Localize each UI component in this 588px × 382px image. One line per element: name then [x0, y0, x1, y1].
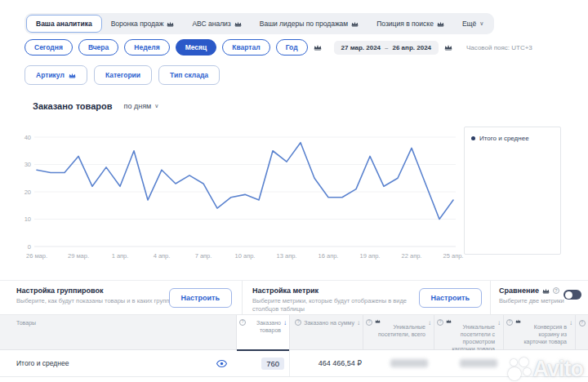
- svg-text:26 мар.: 26 мар.: [26, 252, 47, 260]
- table-header: Товары ? Заказано товаров ↓ ? Заказано н…: [0, 314, 588, 350]
- column-header-unique-visitors-total[interactable]: ? Уникальные посетители, всего ↓: [363, 315, 434, 349]
- crown-icon: [314, 44, 322, 51]
- tab-abc-analysis[interactable]: АВС анализ: [183, 16, 250, 32]
- help-icon[interactable]: ?: [295, 319, 301, 326]
- svg-text:10: 10: [24, 215, 31, 223]
- date-range-picker[interactable]: 27 мар. 2024 – 26 апр. 2024: [334, 41, 439, 55]
- period-today-button[interactable]: Сегодня: [24, 39, 73, 56]
- period-year-button[interactable]: Год: [276, 39, 308, 56]
- period-month-button[interactable]: Месяц: [176, 39, 217, 56]
- blurred-value: [460, 359, 497, 367]
- sort-icon[interactable]: ↓: [357, 319, 360, 327]
- line-chart: 01020304026 мар.29 мар.1 апр.4 апр.7 апр…: [0, 121, 588, 272]
- crown-icon: [167, 21, 174, 27]
- chevron-down-icon: ∨: [154, 103, 158, 109]
- eye-icon[interactable]: [216, 360, 227, 367]
- column-label: Конверсия в корзину из карточки товара: [523, 324, 567, 344]
- metrics-configure-button[interactable]: Настроить: [419, 288, 482, 308]
- help-icon[interactable]: ?: [239, 319, 246, 326]
- column-label: Заказано на сумму: [304, 319, 354, 326]
- sort-desc-icon[interactable]: ↓: [283, 319, 287, 327]
- column-label: Уникальные посетители, всего: [378, 324, 425, 337]
- help-icon[interactable]: ?: [366, 319, 372, 326]
- totals-label-cell: Итого и среднее: [0, 359, 237, 367]
- legend-dot: [471, 136, 475, 140]
- svg-text:22 апр.: 22 апр.: [402, 252, 422, 260]
- granularity-dropdown[interactable]: по дням ∨: [124, 102, 159, 110]
- tab-label: Ваша аналитика: [36, 20, 92, 28]
- help-icon[interactable]: ?: [506, 319, 513, 326]
- crown-icon: [351, 21, 359, 27]
- date-to: 26 апр. 2024: [393, 44, 432, 51]
- filter-label: Тип склада: [170, 71, 208, 79]
- tab-label: АВС анализ: [192, 20, 230, 28]
- crown-icon: [515, 319, 567, 323]
- tab-your-analytics[interactable]: Ваша аналитика: [26, 15, 102, 33]
- chevron-down-icon: ∨: [479, 20, 483, 27]
- ordered-items-value: 760: [261, 358, 284, 370]
- legend-label: Итого и среднее: [479, 135, 529, 142]
- column-header-ordered-sum[interactable]: ? Заказано на сумму ↓: [290, 315, 363, 349]
- chart-legend: Итого и среднее: [464, 127, 561, 255]
- svg-text:13 апр.: 13 апр.: [277, 252, 297, 260]
- column-label: Заказано товаров: [248, 319, 281, 334]
- svg-text:30: 30: [24, 161, 31, 168]
- totals-label: Итого и среднее: [16, 359, 69, 367]
- tab-label: Ещё: [462, 20, 476, 28]
- chart-header: Заказано товаров по дням ∨: [33, 101, 158, 111]
- tab-sales-funnel[interactable]: Воронка продаж: [102, 16, 184, 32]
- crown-icon: [542, 288, 550, 294]
- metrics-subtitle: Выберите метрики, которые будут отображе…: [252, 297, 412, 313]
- tab-label: Позиция в поиске: [376, 20, 434, 28]
- date-separator: –: [385, 44, 388, 51]
- column-header-cart-conversion[interactable]: ? Конверсия в корзину из карточки товара…: [504, 315, 576, 349]
- top-tab-bar: Ваша аналитика Воронка продаж АВС анализ…: [24, 13, 494, 34]
- period-week-button[interactable]: Неделя: [124, 39, 169, 56]
- legend-item-total-average[interactable]: Итого и среднее: [471, 135, 554, 142]
- totals-hidden-value-cell: [363, 359, 434, 367]
- sort-icon[interactable]: ↓: [569, 319, 572, 327]
- crown-icon: [234, 21, 242, 27]
- filter-warehouse-type-button[interactable]: Тип склада: [158, 65, 220, 85]
- comparison-toggle[interactable]: [564, 290, 581, 300]
- column-header-partial[interactable]: ?: [576, 315, 588, 349]
- tab-sales-leaders[interactable]: Ваши лидеры по продажам: [251, 16, 368, 32]
- toggle-knob: [565, 291, 572, 299]
- crown-icon: [444, 44, 452, 51]
- svg-text:7 апр.: 7 апр.: [195, 252, 212, 260]
- column-header-ordered-items[interactable]: ? Заказано товаров ↓: [237, 315, 290, 349]
- svg-text:1 апр.: 1 апр.: [112, 252, 129, 260]
- metrics-settings: Настройка метрик Выберите метрики, котор…: [242, 281, 490, 314]
- comparison-title-text: Сравнение: [499, 286, 539, 295]
- tab-label: Воронка продаж: [111, 20, 164, 28]
- grouping-subtitle: Выберите, как будут показаны товары и в …: [16, 297, 184, 305]
- filter-row: Артикул Категории Тип склада: [24, 65, 220, 85]
- period-selector-row: Сегодня Вчера Неделя Месяц Квартал Год 2…: [24, 39, 532, 56]
- period-quarter-button[interactable]: Квартал: [222, 39, 270, 56]
- crown-icon: [375, 319, 425, 323]
- help-icon[interactable]: ?: [579, 320, 586, 326]
- tab-search-position[interactable]: Позиция в поиске: [368, 16, 453, 32]
- column-header-products[interactable]: Товары: [0, 315, 237, 349]
- column-header-unique-visitors-card[interactable]: ? Уникальные посетители с просмотром кар…: [434, 315, 504, 349]
- sort-icon[interactable]: ↓: [428, 319, 431, 327]
- crown-icon: [437, 21, 444, 27]
- tab-more[interactable]: Ещё∨: [453, 16, 493, 32]
- grouping-configure-button[interactable]: Настроить: [169, 288, 232, 308]
- svg-text:40: 40: [24, 134, 31, 141]
- period-yesterday-button[interactable]: Вчера: [78, 39, 118, 56]
- help-icon[interactable]: ?: [553, 287, 559, 294]
- filter-label: Артикул: [36, 71, 65, 79]
- totals-ordered-items-cell: 760: [237, 350, 290, 376]
- grouping-settings: Настройка группировок Выберите, как буду…: [0, 281, 242, 314]
- crown-icon: [446, 319, 495, 323]
- filter-categories-button[interactable]: Категории: [94, 65, 152, 85]
- tab-label: Ваши лидеры по продажам: [260, 20, 348, 28]
- sort-icon[interactable]: ↓: [497, 319, 501, 327]
- filter-article-button[interactable]: Артикул: [24, 65, 87, 85]
- table-row-totals[interactable]: Итого и среднее 760 464 466,54 ₽: [0, 350, 588, 377]
- svg-text:20: 20: [24, 189, 31, 196]
- help-icon[interactable]: ?: [437, 319, 443, 326]
- totals-hidden-value-cell: [434, 359, 504, 367]
- column-label: Товары: [16, 319, 36, 326]
